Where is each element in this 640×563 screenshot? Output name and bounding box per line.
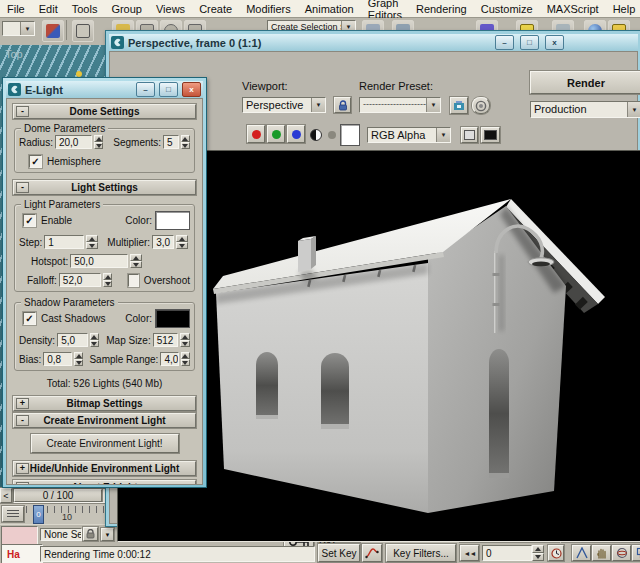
save-bitmap-icon[interactable]: [450, 97, 468, 114]
close-button[interactable]: x: [182, 82, 201, 97]
sample-range-field[interactable]: 4,0: [160, 352, 179, 366]
map-size-spinner[interactable]: [180, 333, 190, 347]
green-channel-icon[interactable]: [267, 125, 285, 143]
bias-spinner[interactable]: [74, 352, 83, 366]
macro-recorder-pane[interactable]: [1, 526, 38, 545]
multiplier-field[interactable]: 3,0: [152, 235, 174, 249]
combo-arrow-icon[interactable]: ▼: [426, 98, 440, 112]
monochrome-channel-icon[interactable]: [310, 129, 322, 141]
menu-edit[interactable]: Edit: [32, 3, 65, 15]
channel-info-icon[interactable]: [481, 127, 500, 143]
arc-rotate-icon[interactable]: [612, 545, 631, 561]
frame-spinner[interactable]: [532, 545, 544, 561]
rollout-about-elight[interactable]: + About E-Light: [13, 480, 196, 485]
blue-channel-icon[interactable]: [287, 125, 305, 143]
cast-shadows-checkbox[interactable]: ✓: [23, 312, 36, 325]
hotspot-spinner[interactable]: [130, 254, 142, 268]
menu-tools[interactable]: Tools: [65, 3, 105, 15]
menu-rendering[interactable]: Rendering: [409, 3, 474, 15]
menu-animation[interactable]: Animation: [298, 3, 361, 15]
hemisphere-checkbox[interactable]: ✓: [29, 155, 42, 168]
elight-titlebar[interactable]: E-Light – □ x: [6, 81, 203, 98]
falloff-field[interactable]: 52,0: [59, 273, 101, 287]
density-spinner[interactable]: [90, 333, 100, 347]
step-field[interactable]: 1: [44, 235, 84, 249]
new-key-curve-icon[interactable]: [362, 544, 382, 562]
rollout-light-settings[interactable]: - Light Settings: [13, 180, 196, 195]
menu-modifiers[interactable]: Modifiers: [239, 3, 298, 15]
minimize-button[interactable]: –: [495, 35, 514, 50]
undo-history-combo[interactable]: ▼: [2, 21, 35, 36]
clone-render-icon[interactable]: [472, 97, 490, 114]
track-bar-frame-handle[interactable]: 0: [33, 505, 44, 524]
bias-field[interactable]: 0,8: [43, 352, 72, 366]
maximize-viewport-icon[interactable]: [632, 545, 640, 561]
segments-field[interactable]: 5: [163, 135, 179, 149]
render-mode-combo[interactable]: Production ▼: [530, 101, 640, 118]
menu-group[interactable]: Group: [104, 3, 149, 15]
open-minicurve-icon[interactable]: [2, 506, 24, 522]
render-window-titlebar[interactable]: Perspective, frame 0 (1:1) – □ x: [109, 34, 638, 51]
render-button[interactable]: Render: [530, 71, 640, 94]
close-button[interactable]: x: [545, 35, 564, 50]
viewport-combo[interactable]: Perspective ▼: [242, 97, 326, 113]
pan-hand-icon[interactable]: [592, 545, 611, 561]
rollout-bitmap-settings[interactable]: + Bitmap Settings: [13, 396, 196, 411]
radius-field[interactable]: 20,0: [55, 135, 92, 149]
viewport-label[interactable]: Top: [5, 48, 23, 60]
time-slider-thumb[interactable]: 0 / 100: [14, 489, 102, 502]
maximize-button[interactable]: □: [159, 82, 178, 97]
select-and-link-icon[interactable]: [42, 20, 64, 42]
step-spinner[interactable]: [86, 235, 98, 249]
transform-typein-mode-icon[interactable]: ▼: [101, 528, 114, 541]
sample-range-spinner[interactable]: [181, 352, 190, 366]
rollout-dome-settings[interactable]: - Dome Settings: [13, 104, 196, 119]
enable-checkbox[interactable]: ✓: [23, 214, 36, 227]
combo-arrow-icon[interactable]: ▼: [311, 98, 325, 112]
combo-arrow-icon[interactable]: ▼: [436, 128, 450, 142]
viewport-lock-icon[interactable]: [334, 97, 351, 113]
channel-display-combo[interactable]: RGB Alpha ▼: [367, 127, 451, 143]
previous-frame-button[interactable]: <: [0, 488, 12, 503]
combo-arrow-icon[interactable]: ▼: [627, 102, 640, 117]
alpha-channel-icon[interactable]: [328, 131, 336, 139]
maxscript-listener-pane[interactable]: Ha: [1, 544, 43, 563]
elight-title: E-Light: [25, 84, 132, 96]
red-channel-icon[interactable]: [247, 125, 265, 143]
combo-arrow-icon[interactable]: ▼: [20, 22, 34, 35]
density-field[interactable]: 5,0: [57, 333, 87, 347]
create-environment-light-button[interactable]: Create Environment Light!: [31, 434, 179, 453]
menu-file[interactable]: File: [0, 3, 32, 15]
rollout-hide-unhide[interactable]: + Hide/Unhide Environment Light: [13, 461, 196, 476]
set-key-button[interactable]: Set Key: [318, 544, 360, 562]
selection-lock-icon[interactable]: [83, 527, 98, 541]
overshoot-checkbox[interactable]: [128, 274, 139, 287]
clear-color-swatch[interactable]: [340, 124, 360, 146]
render-preset-combo[interactable]: ----------------------- ▼: [359, 97, 441, 113]
menu-customize[interactable]: Customize: [474, 3, 540, 15]
light-color-swatch[interactable]: [155, 211, 190, 230]
render-preset-label: Render Preset:: [359, 80, 433, 92]
menu-views[interactable]: Views: [149, 3, 192, 15]
radius-spinner[interactable]: [94, 135, 103, 149]
minimize-button[interactable]: –: [136, 82, 155, 97]
bias-label: Bias:: [19, 354, 41, 365]
snapshot-icon[interactable]: [461, 127, 478, 143]
field-of-view-icon[interactable]: [572, 545, 591, 561]
hotspot-field[interactable]: 50,0: [70, 254, 128, 268]
shadow-color-swatch[interactable]: [155, 309, 190, 328]
falloff-spinner[interactable]: [103, 273, 112, 287]
current-frame-field[interactable]: 0: [482, 545, 532, 561]
maximize-button[interactable]: □: [520, 35, 539, 50]
key-mode-toggle-icon[interactable]: ◄◄: [460, 545, 479, 561]
menu-help[interactable]: Help: [606, 3, 640, 15]
time-configuration-icon[interactable]: [548, 545, 564, 561]
menu-maxscript[interactable]: MAXScript: [540, 3, 606, 15]
key-filters-button[interactable]: Key Filters...: [386, 544, 456, 562]
multiplier-spinner[interactable]: [176, 235, 188, 249]
segments-spinner[interactable]: [181, 135, 190, 149]
map-size-field[interactable]: 512: [153, 333, 179, 347]
select-object-icon[interactable]: [72, 20, 94, 42]
menu-create[interactable]: Create: [192, 3, 239, 15]
rollout-create-environment-light[interactable]: - Create Environment Light: [13, 413, 196, 428]
